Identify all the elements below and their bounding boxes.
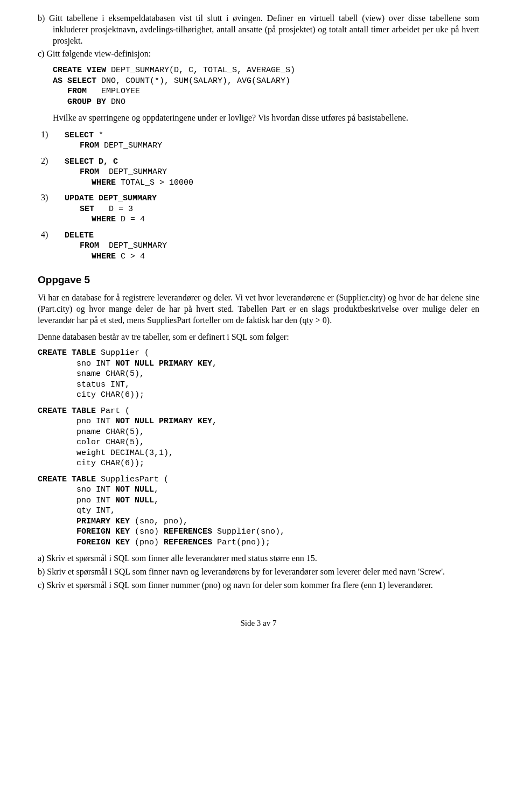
- paragraph-b: b) Gitt tabellene i eksempeldatabasen vi…: [38, 13, 479, 46]
- label-4: 4): [53, 229, 65, 241]
- create-table-part: CREATE TABLE Part ( pno INT NOT NULL PRI…: [38, 406, 479, 469]
- paragraph-c-question: Hvilke av spørringene og oppdateringene …: [53, 113, 479, 124]
- query-2: 2)SELECT D, C FROM DEPT_SUMMARY WHERE TO…: [38, 156, 479, 188]
- text-task-c-bold: 1: [379, 580, 383, 590]
- task-c: c) Skriv et spørsmål i SQL som finner nu…: [38, 580, 479, 591]
- text-task-c2: ) leverandører.: [383, 580, 433, 590]
- query-1: 1)SELECT * FROM DEPT_SUMMARY: [38, 129, 479, 151]
- heading-oppgave-5: Oppgave 5: [38, 274, 479, 287]
- text-b: Gitt tabellene i eksempeldatabasen vist …: [49, 13, 479, 45]
- page-footer: Side 3 av 7: [38, 618, 479, 629]
- label-2: 2): [53, 156, 65, 167]
- view-definition-code: CREATE VIEW DEPT_SUMMARY(D, C, TOTAL_S, …: [53, 65, 479, 107]
- label-3: 3): [53, 192, 65, 204]
- create-table-suppliespart: CREATE TABLE SuppliesPart ( sno INT NOT …: [38, 474, 479, 548]
- text-task-a: Skriv et spørsmål i SQL som finner alle …: [46, 554, 317, 563]
- label-1: 1): [53, 129, 65, 141]
- label-b: b): [38, 13, 45, 23]
- text-task-b: Skriv et spørsmål i SQL som finner navn …: [47, 567, 445, 576]
- label-c: c): [38, 49, 44, 58]
- paragraph-c-intro: c) Gitt følgende view-definisjon:: [38, 48, 479, 60]
- oppgave5-p2: Denne databasen består av tre tabeller, …: [38, 332, 479, 343]
- label-task-a: a): [38, 554, 44, 563]
- label-task-b: b): [38, 567, 45, 576]
- task-b: b) Skriv et spørsmål i SQL som finner na…: [38, 566, 479, 578]
- task-a: a) Skriv et spørsmål i SQL som finner al…: [38, 553, 479, 564]
- query-3: 3)UPDATE DEPT_SUMMARY SET D = 3 WHERE D …: [38, 192, 479, 225]
- text-c: Gitt følgende view-definisjon:: [46, 49, 151, 58]
- label-task-c: c): [38, 580, 44, 590]
- query-4: 4)DELETE FROM DEPT_SUMMARY WHERE C > 4: [38, 229, 479, 262]
- create-table-supplier: CREATE TABLE Supplier ( sno INT NOT NULL…: [38, 348, 479, 401]
- text-task-c1: Skriv et spørsmål i SQL som finner numme…: [46, 580, 378, 590]
- oppgave5-p1: Vi har en database for å registrere leve…: [38, 292, 479, 326]
